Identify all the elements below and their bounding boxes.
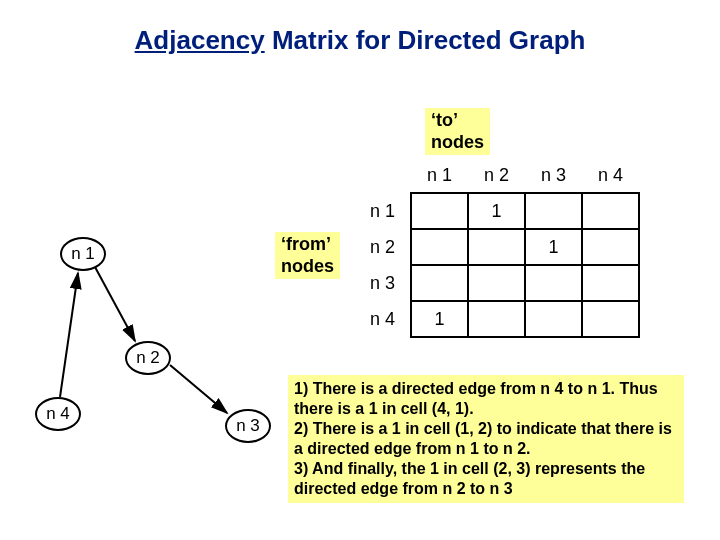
to-l1: ‘to’ xyxy=(431,110,458,130)
cell-1-3 xyxy=(525,193,582,229)
row-header-n4: n 4 xyxy=(355,301,411,337)
cell-2-1 xyxy=(411,229,468,265)
col-header-n3: n 3 xyxy=(525,158,582,193)
cell-1-2: 1 xyxy=(468,193,525,229)
col-header-n2: n 2 xyxy=(468,158,525,193)
cell-3-1 xyxy=(411,265,468,301)
graph-node-n1: n 1 xyxy=(60,237,106,271)
to-l2: nodes xyxy=(431,132,484,152)
col-header-n1: n 1 xyxy=(411,158,468,193)
to-nodes-label: ‘to’ nodes xyxy=(425,108,490,155)
directed-graph: n 1 n 2 n 3 n 4 xyxy=(40,225,300,485)
graph-node-n2: n 2 xyxy=(125,341,171,375)
row-header-n2: n 2 xyxy=(355,229,411,265)
page-title: Adjacency Matrix for Directed Graph xyxy=(0,25,720,56)
row-header-n1: n 1 xyxy=(355,193,411,229)
cell-4-1: 1 xyxy=(411,301,468,337)
cell-2-2 xyxy=(468,229,525,265)
cell-3-2 xyxy=(468,265,525,301)
edge-n2-n3 xyxy=(170,365,227,413)
cell-3-4 xyxy=(582,265,639,301)
title-underlined: Adjacency xyxy=(135,25,265,55)
row-header-n3: n 3 xyxy=(355,265,411,301)
cell-1-4 xyxy=(582,193,639,229)
explanation-box: 1) There is a directed edge from n 4 to … xyxy=(288,375,684,503)
graph-node-n3: n 3 xyxy=(225,409,271,443)
col-header-n4: n 4 xyxy=(582,158,639,193)
edge-n1-n2 xyxy=(95,267,135,341)
cell-4-3 xyxy=(525,301,582,337)
adjacency-matrix: n 1 n 2 n 3 n 4 n 1 1 n 2 1 n 3 n 4 1 xyxy=(355,158,640,338)
cell-3-3 xyxy=(525,265,582,301)
cell-2-4 xyxy=(582,229,639,265)
cell-4-4 xyxy=(582,301,639,337)
cell-4-2 xyxy=(468,301,525,337)
edge-n4-n1 xyxy=(60,273,78,397)
graph-node-n4: n 4 xyxy=(35,397,81,431)
cell-1-1 xyxy=(411,193,468,229)
cell-2-3: 1 xyxy=(525,229,582,265)
title-rest: Matrix for Directed Graph xyxy=(265,25,586,55)
